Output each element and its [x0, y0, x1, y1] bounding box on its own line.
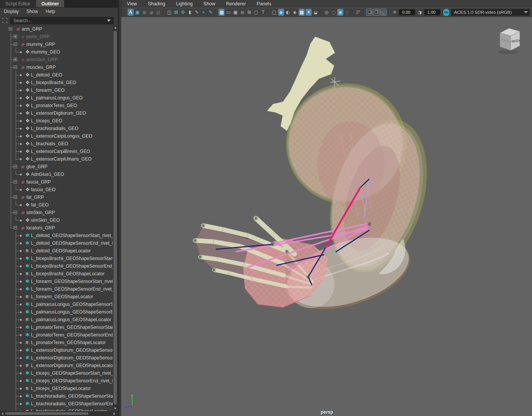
tree-row-L_deltoid_GEOShapeLocator[interactable]: L_deltoid_GEOShapeLocator	[0, 247, 113, 255]
collapse-icon[interactable]	[14, 65, 17, 69]
grease-pencil-icon[interactable]: ✎	[194, 9, 200, 16]
tree-row-L_extensorDigitorum_GEOShapeLocator[interactable]: L_extensorDigitorum_GEOShapeLocator	[0, 362, 113, 369]
tree-row-glue_GRP[interactable]: glue_GRP	[0, 163, 113, 171]
tab-script-editor[interactable]: Script Editor	[0, 0, 36, 7]
textured-icon[interactable]: ▩	[299, 9, 305, 16]
collapse-icon[interactable]	[14, 226, 17, 229]
expand-icon[interactable]	[14, 58, 17, 61]
shadows-icon[interactable]: ◒	[312, 9, 319, 16]
tree-row-fascia_GRP[interactable]: fascia_GRP	[0, 178, 113, 186]
tree-row-AdnGlue1_GEO[interactable]: ❖AdnGlue1_GEO	[0, 171, 113, 178]
collapse-icon[interactable]	[14, 42, 17, 46]
buffer-a-icon[interactable]: ❏	[366, 9, 372, 16]
panel-divider[interactable]	[118, 0, 121, 416]
outliner-vertical-scrollbar[interactable]	[113, 25, 117, 411]
tree-row-L_brachioradialis_GEOShapeLocator[interactable]: L_brachioradialis_GEOShapeLocator	[0, 408, 113, 411]
tree-row-L_triceps_GEOShapeSensorStart_rivet_loc[interactable]: ✱L_triceps_GEOShapeSensorStart_rivet_loc	[0, 369, 113, 377]
frame-selection-icon[interactable]: ▣	[141, 9, 147, 16]
render-region-icon[interactable]: ◕	[148, 9, 154, 16]
collapse-icon[interactable]	[14, 165, 17, 168]
search-dropdown-caret-icon[interactable]	[107, 20, 111, 22]
tree-row-mummy_GRP[interactable]: mummy_GRP	[0, 41, 113, 48]
search-input[interactable]	[10, 18, 107, 23]
outliner-horizontal-scrollbar[interactable]	[0, 411, 118, 416]
tree-row-mummy_GEO[interactable]: ❖mummy_GEO	[0, 48, 113, 56]
select-highlight-icon[interactable]: A	[128, 9, 134, 16]
search-field[interactable]	[10, 17, 114, 24]
tree-row-L_extensorCarpiLongus_GEO[interactable]: ❖L_extensorCarpiLongus_GEO	[0, 132, 113, 140]
viewport-menu-shading[interactable]: Shading	[148, 1, 165, 6]
depth-peeling-icon[interactable]: ▯	[344, 9, 350, 16]
shaded-icon[interactable]: ◆	[278, 9, 284, 16]
tree-row-L_brachialis_GEO[interactable]: ❖L_brachialis_GEO	[0, 140, 113, 148]
grid-icon[interactable]: ▦	[218, 9, 225, 16]
exposure-field[interactable]: 0.00	[399, 9, 415, 15]
tree-row-L_pronatorTeres_GEO[interactable]: ❖L_pronatorTeres_GEO	[0, 102, 113, 109]
camera-frame-icon[interactable]: ▣	[134, 9, 141, 16]
scroll-down-icon[interactable]	[114, 408, 117, 410]
tree-row-L_extensorDigitorum_GEO[interactable]: ❖L_extensorDigitorum_GEO	[0, 109, 113, 117]
buffer-resize-icon[interactable]: ◱	[380, 9, 386, 16]
scroll-right-icon[interactable]	[113, 412, 115, 415]
horizontal-scroll-thumb[interactable]	[5, 412, 89, 415]
viewport-menu-renderer[interactable]: Renderer	[226, 1, 246, 6]
expand-icon[interactable]	[14, 35, 17, 38]
tree-row-L_bicepsBrachii_GEOShapeSensorEnd_rivet_loc[interactable]: ✱L_bicepsBrachii_GEOShapeSensorEnd_rivet…	[0, 262, 113, 270]
tree-row-L_bicepsBrachii_GEOShapeSensorStart_rivet_loc[interactable]: ✱L_bicepsBrachii_GEOShapeSensorStart_riv…	[0, 255, 113, 262]
tree-row-L_palmarusLongus_GEOShapeSensorStart_rivet_loc[interactable]: ✱L_palmarusLongus_GEOShapeSensorStart_ri…	[0, 301, 113, 308]
tree-row-L_forearm_GEOShapeSensorStart_rivet_loc[interactable]: ✱L_forearm_GEOShapeSensorStart_rivet_loc	[0, 278, 113, 285]
outliner-menu-help[interactable]: Help	[45, 9, 55, 14]
motion-blur-icon[interactable]: ◌	[330, 9, 336, 16]
color-management-toggle[interactable]: ON	[443, 9, 450, 16]
tree-row-L_extensorDigitorum_GEOShapeSensorEnd_rivet_loc[interactable]: ✱L_extensorDigitorum_GEOShapeSensorEnd_r…	[0, 354, 113, 362]
tree-row-L_extensorDigitorum_GEOShapeSensorStart_rivet_loc[interactable]: ✱L_extensorDigitorum_GEOShapeSensorStart…	[0, 346, 113, 354]
viewport-canvas[interactable]: FRONT RIGHT y z x persp	[121, 17, 532, 416]
image-plane-icon[interactable]: ▤	[155, 9, 161, 16]
tree-row-L_forearm_GEOShapeSensorEnd_rivet_loc[interactable]: ✱L_forearm_GEOShapeSensorEnd_rivet_loc	[0, 285, 113, 293]
outliner-menu-display[interactable]: Display	[4, 9, 19, 14]
safe-title-icon[interactable]: T	[260, 9, 266, 16]
field-chart-icon[interactable]: ⊞	[246, 9, 252, 16]
safe-action-icon[interactable]: ▢	[253, 9, 259, 16]
outliner-menu-show[interactable]: Show	[26, 9, 38, 14]
tree-row-L_bicepsBrachii_GEO[interactable]: ❖L_bicepsBrachii_GEO	[0, 79, 113, 86]
colorspace-dropdown[interactable]: ACES 1.0 SDR-video (sRGB)	[451, 9, 530, 16]
viewport-menu-panels[interactable]: Panels	[257, 1, 271, 6]
tree-row-L_extensorCarpiBrevis_GEO[interactable]: ❖L_extensorCarpiBrevis_GEO	[0, 148, 113, 155]
scroll-left-icon[interactable]	[2, 412, 3, 415]
collapse-icon[interactable]	[14, 180, 17, 184]
viewport-menu-view[interactable]: View	[127, 1, 137, 6]
wireframe-on-shaded-icon[interactable]: ◐	[285, 9, 291, 16]
tree-row-L_pronatorTeres_GEOShapeSensorEnd_rivet_loc[interactable]: ✱L_pronatorTeres_GEOShapeSensorEnd_rivet…	[0, 331, 113, 339]
tree-row-L_deltoid_GEOShapeSensorStart_rivet_loc[interactable]: ✱L_deltoid_GEOShapeSensorStart_rivet_loc	[0, 232, 113, 239]
collapse-icon[interactable]	[9, 27, 12, 31]
bookmark-icon[interactable]: ▮	[187, 9, 193, 16]
buffer-b-icon[interactable]: ❐	[373, 9, 379, 16]
scroll-up-icon[interactable]	[114, 27, 117, 29]
tree-row-L_forearm_GEO[interactable]: ❖L_forearm_GEO	[0, 86, 113, 94]
pan-zoom-icon[interactable]: ⌖	[201, 9, 207, 16]
axis-gizmo[interactable]: y z x	[124, 394, 142, 410]
tree-row-locators_GRP[interactable]: locators_GRP	[0, 224, 113, 232]
tree-row-L_triceps_GEOShapeLocator[interactable]: L_triceps_GEOShapeLocator	[0, 385, 113, 392]
tree-row-L_palmarusLongus_GEOShapeSensorEnd_rivet_loc[interactable]: ✱L_palmarusLongus_GEOShapeSensorEnd_rive…	[0, 308, 113, 316]
tree-row-muscles_GRP[interactable]: muscles_GRP	[0, 63, 113, 71]
tree-row-L_brachioradialis_GEO[interactable]: ❖L_brachioradialis_GEO	[0, 125, 113, 132]
annotate-pencil-icon[interactable]: ✎	[207, 9, 213, 16]
tree-row-simSkin_GEO[interactable]: ❖simSkin_GEO	[0, 216, 113, 224]
collapse-icon[interactable]	[14, 211, 17, 214]
camera-settings-icon[interactable]: ⚙	[180, 9, 186, 16]
ambient-occlusion-icon[interactable]: ◎	[323, 9, 330, 16]
tree-row-L_forearm_GEOShapeLocator[interactable]: L_forearm_GEOShapeLocator	[0, 293, 113, 301]
tree-row-L_deltoid_GEOShapeSensorEnd_rivet_loc[interactable]: ✱L_deltoid_GEOShapeSensorEnd_rivet_loc	[0, 239, 113, 247]
tree-row-simSkin_GRP[interactable]: simSkin_GRP	[0, 209, 113, 216]
collapse-icon[interactable]	[14, 195, 17, 199]
camera-lock-icon[interactable]: ⊠	[173, 9, 179, 16]
xray-icon[interactable]: ◉	[337, 9, 343, 16]
tree-row-joints_GRP[interactable]: joints_GRP	[0, 33, 113, 41]
selection-box-icon[interactable]	[2, 18, 7, 23]
gamma-field[interactable]: 1.00	[424, 9, 440, 15]
viewport-menu-lighting[interactable]: Lighting	[176, 1, 193, 6]
tab-outliner[interactable]: Outliner	[36, 0, 64, 7]
exposure-icon[interactable]: ✳	[391, 9, 398, 16]
